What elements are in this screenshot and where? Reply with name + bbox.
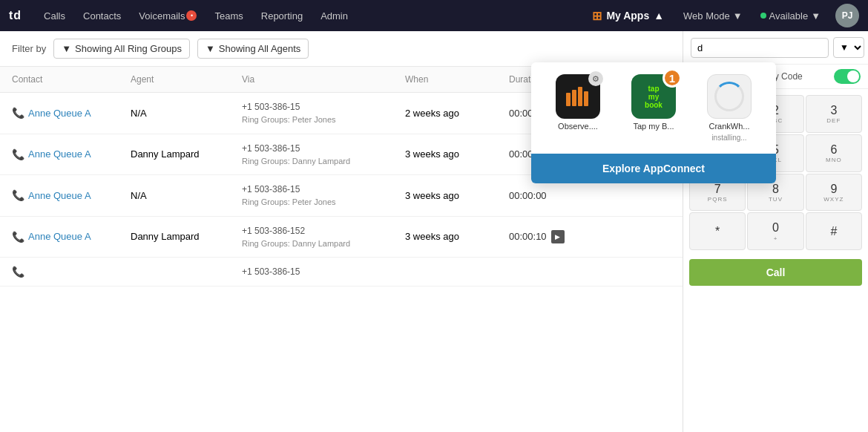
table-row: 📞 Anne Queue A Danny Lampard +1 503-386-… (0, 217, 683, 258)
table-row: 📞 +1 503-386-15 (0, 258, 683, 287)
grid-icon: ⊞ (592, 9, 602, 23)
outgoing-call-icon: 📞 (12, 148, 24, 160)
app-item-observe[interactable]: ⚙ Observe.... (543, 74, 613, 142)
nav-teams[interactable]: Teams (206, 0, 251, 31)
key-main: * (715, 224, 720, 238)
when-cell: 3 weeks ago (405, 231, 509, 242)
observe-app-label: Observe.... (558, 122, 598, 131)
contact-name[interactable]: Anne Queue A (28, 231, 91, 242)
app-item-crank[interactable]: CrankWh... installing... (694, 74, 764, 142)
contact-name[interactable]: Anne Queue A (28, 108, 91, 119)
when-cell: 3 weeks ago (405, 148, 509, 160)
available-label: Available (769, 10, 809, 22)
via-cell: +1 503-386-152 Ring Groups: Danny Lampar… (242, 224, 405, 250)
crank-app-icon (707, 74, 752, 119)
country-code-select[interactable]: ▼ (833, 37, 864, 58)
contact-cell: 📞 Anne Queue A (12, 107, 131, 119)
outgoing-call-icon: 📞 (12, 231, 24, 243)
top-navigation: td Calls Contacts Voicemails • Teams Rep… (0, 0, 868, 31)
user-avatar[interactable]: PJ (835, 4, 859, 27)
via-cell: +1 503-386-15 Ring Groups: Peter Jones (242, 183, 405, 209)
duration-value: 00:00:00 (509, 190, 547, 201)
call-button[interactable]: Call (689, 259, 862, 286)
agent-cell: Danny Lampard (131, 231, 242, 242)
duration-cell: 00:00:00 (509, 190, 591, 201)
when-cell: 2 weeks ago (405, 108, 509, 119)
key-sub: + (774, 235, 778, 243)
autocomplete-toggle[interactable] (834, 69, 861, 84)
filter-by-label: Filter by (12, 43, 46, 54)
key-main: 3 (830, 103, 837, 117)
filter-icon-2: ▼ (206, 43, 215, 54)
installing-spinner (714, 82, 744, 111)
key-sub: PQRS (708, 196, 728, 203)
svg-rect-1 (572, 90, 576, 106)
filter-icon: ▼ (62, 43, 71, 54)
dialpad-search-row: ▼ 👤 (683, 31, 868, 65)
col-via: Via (242, 74, 405, 85)
notification-badge: 1 (662, 68, 682, 88)
svg-rect-3 (584, 91, 588, 106)
available-status-button[interactable]: Available ▼ (752, 0, 829, 31)
agents-filter-label: Showing All Agents (219, 43, 301, 54)
ring-groups-filter-label: Showing All Ring Groups (75, 43, 182, 54)
chevron-up-icon: ▲ (654, 10, 664, 22)
app-logo[interactable]: td (9, 9, 22, 22)
crank-app-label: CrankWh... (708, 122, 749, 131)
nav-voicemails[interactable]: Voicemails • (130, 0, 206, 31)
nav-reporting[interactable]: Reporting (252, 0, 312, 31)
key-0[interactable]: 0 + (747, 212, 803, 250)
my-apps-button[interactable]: ⊞ My Apps ▲ (582, 0, 674, 31)
col-agent: Agent (131, 74, 242, 85)
key-main: 9 (830, 182, 837, 196)
key-9[interactable]: 9 WXYZ (806, 174, 862, 212)
key-main: # (830, 224, 837, 238)
web-mode-button[interactable]: Web Mode ▼ (674, 0, 752, 31)
play-recording-button[interactable]: ▶ (551, 230, 565, 243)
chevron-down-icon: ▼ (733, 10, 743, 22)
tap-app-label: Tap my B... (633, 122, 674, 131)
col-when: When (405, 74, 509, 85)
key-sub: TUV (769, 196, 783, 203)
svg-rect-2 (578, 87, 582, 106)
key-main: 8 (772, 182, 779, 196)
nav-contacts[interactable]: Contacts (74, 0, 130, 31)
svg-rect-0 (566, 93, 571, 106)
explore-appconnect-button[interactable]: Explore AppConnect (531, 154, 776, 183)
key-main: 0 (772, 220, 779, 235)
key-sub: WXYZ (823, 196, 844, 203)
key-sub: DEF (826, 117, 841, 125)
contact-name[interactable]: Anne Queue A (28, 190, 91, 201)
crank-app-sublabel: installing... (711, 134, 746, 142)
web-mode-label: Web Mode (683, 10, 730, 22)
contact-cell: 📞 Anne Queue A (12, 189, 131, 201)
toggle-knob (847, 71, 859, 82)
agent-cell: Danny Lampard (131, 148, 242, 160)
apps-grid: ⚙ Observe.... tapmybook 1 Tap my B... (531, 62, 776, 154)
key-3[interactable]: 3 DEF (806, 95, 862, 133)
ring-groups-filter-button[interactable]: ▼ Showing All Ring Groups (53, 39, 190, 59)
contact-cell: 📞 Anne Queue A (12, 148, 131, 160)
col-contact: Contact (12, 74, 131, 85)
agents-filter-button[interactable]: ▼ Showing All Agents (197, 39, 309, 59)
explore-label: Explore AppConnect (602, 163, 705, 174)
contact-cell: 📞 (12, 266, 131, 278)
contact-name[interactable]: Anne Queue A (28, 148, 91, 160)
duration-value: 00:00:10 (509, 231, 547, 242)
nav-calls[interactable]: Calls (35, 0, 74, 31)
gear-badge-icon: ⚙ (588, 71, 603, 86)
available-dot-icon (760, 13, 766, 19)
filter-bar: Filter by ▼ Showing All Ring Groups ▼ Sh… (0, 31, 683, 67)
via-cell: +1 503-386-15 Ring Groups: Peter Jones (242, 100, 405, 126)
dialpad-search-input[interactable] (691, 38, 829, 58)
app-item-tap[interactable]: tapmybook 1 Tap my B... (619, 74, 688, 142)
key-6[interactable]: 6 MNO (806, 134, 862, 172)
chevron-down-icon-2: ▼ (811, 10, 821, 22)
nav-admin[interactable]: Admin (312, 0, 357, 31)
when-cell: 3 weeks ago (405, 190, 509, 201)
myapps-dropdown: ⚙ Observe.... tapmybook 1 Tap my B... (531, 62, 776, 183)
key-hash[interactable]: # (806, 212, 862, 250)
key-star[interactable]: * (689, 212, 746, 250)
incoming-call-icon: 📞 (12, 189, 24, 201)
my-apps-label: My Apps (606, 10, 649, 22)
